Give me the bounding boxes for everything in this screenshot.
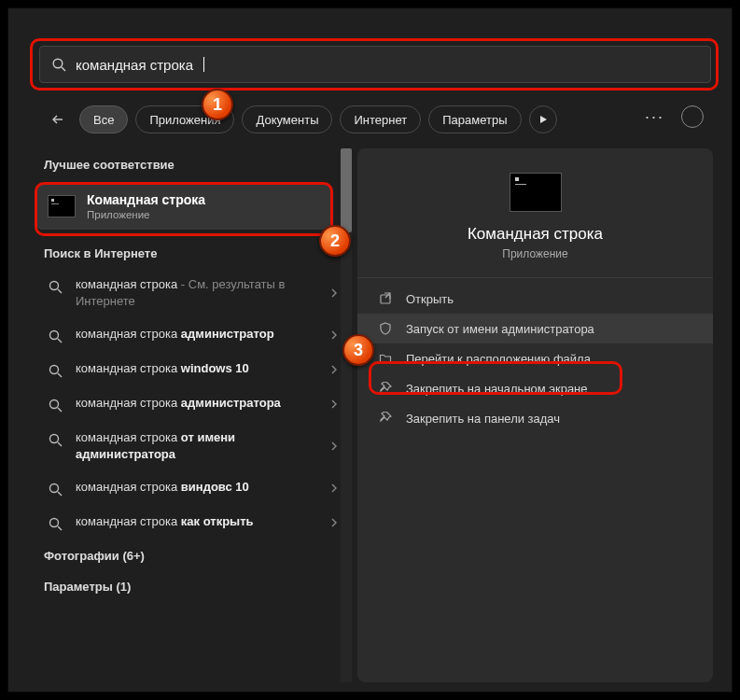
chevron-right-icon bbox=[329, 440, 339, 453]
svg-line-11 bbox=[58, 408, 62, 412]
search-input[interactable]: командная строка bbox=[39, 46, 711, 83]
action-open[interactable]: Открыть bbox=[357, 284, 713, 314]
action-pin[interactable]: Закрепить на начальном экране bbox=[357, 373, 713, 403]
svg-point-8 bbox=[50, 366, 59, 374]
section-settings[interactable]: Параметры (1) bbox=[27, 570, 341, 601]
svg-point-0 bbox=[53, 59, 63, 68]
preview-pane: Командная строка Приложение ОткрытьЗапус… bbox=[357, 148, 713, 682]
web-result-item[interactable]: командная строка от имени администратора bbox=[27, 421, 341, 470]
overflow-button[interactable]: ··· bbox=[645, 107, 664, 127]
best-match-subtitle: Приложение bbox=[87, 209, 205, 220]
filter-pill-all[interactable]: Все bbox=[79, 105, 128, 133]
chevron-right-icon bbox=[329, 516, 339, 529]
filter-pill-settings[interactable]: Параметры bbox=[428, 105, 521, 133]
svg-line-13 bbox=[58, 442, 62, 446]
chevron-right-icon bbox=[329, 482, 339, 495]
svg-point-4 bbox=[50, 282, 59, 290]
section-best-match: Лучшее соответствие bbox=[27, 148, 341, 179]
arrow-left-icon bbox=[50, 112, 65, 127]
svg-marker-3 bbox=[540, 116, 547, 123]
text-caret bbox=[203, 57, 204, 72]
back-button[interactable] bbox=[44, 105, 72, 133]
window-frame: командная строка Все Приложения Документ… bbox=[7, 7, 733, 693]
preview-title: Командная строка bbox=[357, 225, 713, 244]
svg-line-17 bbox=[58, 526, 62, 530]
section-photos[interactable]: Фотографии (6+) bbox=[27, 539, 341, 570]
divider bbox=[357, 277, 713, 278]
svg-line-9 bbox=[58, 373, 62, 377]
svg-point-16 bbox=[50, 519, 59, 527]
folder-icon bbox=[378, 351, 393, 366]
best-match-title: Командная строка bbox=[87, 192, 205, 207]
play-icon bbox=[538, 115, 548, 124]
web-results-list: командная строка - См. результаты в Инте… bbox=[27, 268, 341, 539]
filter-more-button[interactable] bbox=[529, 105, 557, 133]
web-result-item[interactable]: командная строка виндовс 10 bbox=[27, 470, 341, 505]
web-result-item[interactable]: командная строка как открыть bbox=[27, 505, 341, 539]
svg-rect-18 bbox=[381, 295, 390, 303]
open-icon bbox=[378, 291, 393, 306]
chevron-right-icon bbox=[329, 287, 339, 300]
web-result-item[interactable]: командная строка windows 10 bbox=[27, 352, 341, 386]
preview-app-icon bbox=[510, 173, 562, 212]
search-icon bbox=[51, 57, 66, 72]
web-result-item[interactable]: командная строка - См. результаты в Инте… bbox=[27, 268, 341, 317]
scrollbar-thumb[interactable] bbox=[341, 148, 352, 232]
web-result-item[interactable]: командная строка администратор bbox=[27, 317, 341, 352]
scrollbar[interactable] bbox=[341, 148, 352, 682]
chevron-right-icon bbox=[329, 363, 339, 376]
action-shield[interactable]: Запуск от имени администратора bbox=[357, 314, 713, 343]
svg-point-12 bbox=[50, 435, 59, 443]
filter-pill-apps[interactable]: Приложения bbox=[135, 105, 234, 133]
shield-icon bbox=[378, 321, 393, 336]
header-right-icons: ··· bbox=[645, 105, 704, 128]
svg-point-14 bbox=[50, 484, 59, 493]
filter-pill-web[interactable]: Интернет bbox=[340, 105, 421, 133]
content-area: Лучшее соответствие Командная строка При… bbox=[27, 148, 713, 682]
chevron-right-icon bbox=[329, 329, 339, 342]
svg-point-10 bbox=[50, 400, 59, 409]
action-folder[interactable]: Перейти к расположению файла bbox=[357, 343, 713, 373]
best-match-item[interactable]: Командная строка Приложение bbox=[36, 183, 331, 230]
pin-icon bbox=[378, 411, 393, 426]
filter-bar: Все Приложения Документы Интернет Параме… bbox=[44, 105, 557, 133]
filter-pill-documents[interactable]: Документы bbox=[242, 105, 332, 133]
svg-line-1 bbox=[62, 67, 65, 71]
chevron-right-icon bbox=[329, 398, 339, 411]
account-button[interactable] bbox=[681, 105, 704, 128]
action-list: ОткрытьЗапуск от имени администратораПер… bbox=[357, 284, 713, 433]
section-web-search: Поиск в Интернете bbox=[27, 237, 341, 268]
svg-point-6 bbox=[50, 331, 59, 340]
svg-line-5 bbox=[58, 289, 62, 293]
cmd-icon bbox=[48, 195, 76, 217]
pin-icon bbox=[378, 381, 393, 396]
results-pane: Лучшее соответствие Командная строка При… bbox=[27, 148, 341, 682]
search-query-text: командная строка bbox=[76, 57, 193, 73]
svg-line-7 bbox=[58, 339, 62, 343]
svg-line-15 bbox=[58, 492, 62, 496]
web-result-item[interactable]: командная строка администратора bbox=[27, 386, 341, 421]
action-pin[interactable]: Закрепить на панели задач bbox=[357, 403, 713, 433]
preview-subtitle: Приложение bbox=[357, 247, 713, 260]
